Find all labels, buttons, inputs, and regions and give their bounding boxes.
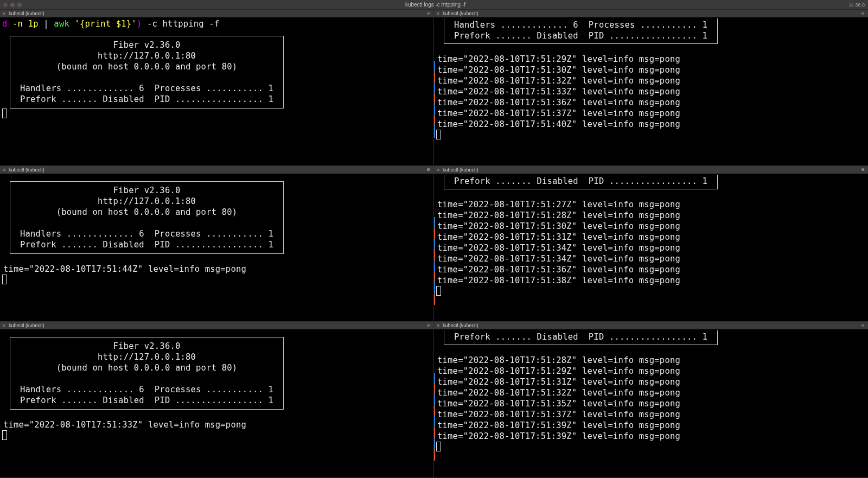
log-line: time="2022-08-10T17:51:32Z" level=info m…: [436, 387, 866, 398]
log-line: time="2022-08-10T17:51:36Z" level=info m…: [436, 97, 866, 108]
tab-bar[interactable]: × kubectl (kubectl) ≡: [434, 10, 868, 17]
command-token: '{print $1}': [75, 19, 137, 29]
terminal-pane[interactable]: × kubectl (kubectl) ≡ Prefork ....... Di…: [434, 166, 868, 322]
command-token: -c httpping -f: [142, 19, 219, 29]
log-line: time="2022-08-10T17:51:30Z" level=info m…: [436, 65, 866, 75]
fiber-stats-row: Handlers ............. 6 Processes .....…: [20, 384, 273, 395]
log-line: time="2022-08-10T17:51:28Z" level=info m…: [436, 355, 866, 366]
fiber-stats-row: Prefork ....... Disabled PID ...........…: [454, 332, 707, 342]
log-line: time="2022-08-10T17:51:36Z" level=info m…: [436, 264, 866, 275]
tab-bar[interactable]: × kubectl (kubectl) ≡: [434, 166, 868, 174]
log-line: time="2022-08-10T17:51:35Z" level=info m…: [436, 398, 866, 409]
fiber-stats-row: Prefork ....... Disabled PID ...........…: [454, 30, 707, 41]
tab-menu-icon[interactable]: ≡: [426, 323, 431, 329]
log-line: time="2022-08-10T17:51:34Z" level=info m…: [436, 243, 866, 253]
terminal-grid: × kubectl (kubectl) ≡ d -n 1p | awk '{pr…: [0, 10, 868, 478]
fiber-banner: Fiber v2.36.0http://127.0.0.1:80(bound o…: [10, 181, 284, 254]
close-tab-icon[interactable]: ×: [2, 11, 7, 16]
tab-title: kubectl (kubectl): [443, 323, 478, 328]
close-tab-icon[interactable]: ×: [436, 323, 441, 328]
terminal-output[interactable]: Handlers ............. 6 Processes .....…: [434, 17, 868, 165]
log-line: time="2022-08-10T17:51:28Z" level=info m…: [436, 210, 866, 221]
log-line: time="2022-08-10T17:51:33Z" level=info m…: [2, 419, 431, 430]
tab-title: kubectl (kubectl): [9, 11, 44, 16]
window-title: kubectl logs -c httpping -f: [22, 2, 849, 8]
cursor-icon: [2, 109, 7, 118]
fiber-addr: http://127.0.0.1:80: [20, 50, 273, 61]
tab-bar[interactable]: × kubectl (kubectl) ≡: [0, 166, 433, 174]
log-line: time="2022-08-10T17:51:31Z" level=info m…: [436, 377, 866, 387]
command-token: ): [137, 19, 142, 29]
tab-menu-icon[interactable]: ≡: [426, 11, 431, 17]
fiber-banner: Fiber v2.36.0http://127.0.0.1:80(bound o…: [10, 337, 284, 410]
terminal-pane[interactable]: × kubectl (kubectl) ≡ Prefork ....... Di…: [434, 322, 868, 478]
log-line: time="2022-08-10T17:51:32Z" level=info m…: [436, 75, 866, 86]
fiber-stats-row: Handlers ............. 6 Processes .....…: [20, 83, 273, 94]
log-line: time="2022-08-10T17:51:39Z" level=info m…: [436, 420, 866, 431]
terminal-output[interactable]: Fiber v2.36.0http://127.0.0.1:80(bound o…: [0, 329, 433, 477]
fiber-banner-tail: Handlers ............. 6 Processes .....…: [444, 18, 718, 44]
terminal-pane[interactable]: × kubectl (kubectl) ≡ Fiber v2.36.0http:…: [0, 322, 434, 478]
tab-bar[interactable]: × kubectl (kubectl) ≡: [0, 322, 433, 329]
cursor-icon: [2, 430, 7, 440]
tab-bar[interactable]: × kubectl (kubectl) ≡: [0, 10, 433, 17]
fiber-stats-row: Prefork ....... Disabled PID ...........…: [454, 176, 707, 187]
command-token: awk: [54, 19, 74, 29]
fiber-bound: (bound on host 0.0.0.0 and port 80): [20, 362, 273, 373]
tab-menu-icon[interactable]: ≡: [860, 167, 866, 173]
tab-menu-icon[interactable]: ≡: [860, 11, 866, 17]
log-line: time="2022-08-10T17:51:34Z" level=info m…: [436, 253, 866, 264]
terminal-output[interactable]: d -n 1p | awk '{print $1}') -c httpping …: [0, 17, 433, 165]
close-tab-icon[interactable]: ×: [2, 323, 7, 328]
fiber-bound: (bound on host 0.0.0.0 and port 80): [20, 207, 273, 218]
log-line: time="2022-08-10T17:51:29Z" level=info m…: [436, 54, 866, 65]
log-line: time="2022-08-10T17:51:44Z" level=info m…: [2, 264, 431, 275]
tab-menu-icon[interactable]: ≡: [860, 323, 866, 329]
log-line: time="2022-08-10T17:51:33Z" level=info m…: [436, 86, 866, 97]
close-tab-icon[interactable]: ×: [436, 11, 441, 16]
fiber-bound: (bound on host 0.0.0.0 and port 80): [20, 61, 273, 72]
fiber-addr: http://127.0.0.1:80: [20, 196, 273, 207]
window-titlebar: kubectl logs -c httpping -f ⌘ 36.0: [0, 0, 868, 10]
cursor-icon: [436, 442, 441, 451]
command-token: |: [43, 19, 54, 29]
fiber-stats-row: Handlers ............. 6 Processes .....…: [20, 228, 273, 239]
tab-title: kubectl (kubectl): [9, 167, 44, 173]
log-line: time="2022-08-10T17:51:31Z" level=info m…: [436, 232, 866, 243]
log-line: time="2022-08-10T17:51:37Z" level=info m…: [436, 409, 866, 420]
tab-bar[interactable]: × kubectl (kubectl) ≡: [434, 322, 868, 329]
fiber-banner-tail: Prefork ....... Disabled PID ...........…: [444, 330, 718, 345]
zoom-icon[interactable]: [17, 3, 22, 7]
command-line: d -n 1p | awk '{print $1}') -c httpping …: [2, 18, 431, 29]
window-menu-right: ⌘ 36.0: [849, 2, 865, 8]
close-tab-icon[interactable]: ×: [436, 168, 441, 172]
terminal-output[interactable]: Prefork ....... Disabled PID ...........…: [434, 329, 868, 477]
cursor-icon: [436, 130, 441, 139]
fiber-stats-row: Handlers ............. 6 Processes .....…: [454, 20, 707, 30]
fiber-title: Fiber v2.36.0: [20, 40, 273, 50]
log-line: time="2022-08-10T17:51:37Z" level=info m…: [436, 108, 866, 119]
close-icon[interactable]: [3, 3, 8, 7]
terminal-output[interactable]: Fiber v2.36.0http://127.0.0.1:80(bound o…: [0, 174, 433, 322]
log-line: time="2022-08-10T17:51:38Z" level=info m…: [436, 275, 866, 286]
minimize-icon[interactable]: [10, 3, 15, 7]
log-line: time="2022-08-10T17:51:39Z" level=info m…: [436, 431, 866, 442]
cursor-icon: [2, 275, 7, 284]
terminal-output[interactable]: Prefork ....... Disabled PID ...........…: [434, 174, 868, 322]
close-tab-icon[interactable]: ×: [2, 168, 7, 172]
cursor-icon: [436, 286, 441, 296]
log-line: time="2022-08-10T17:51:29Z" level=info m…: [436, 366, 866, 377]
fiber-stats-row: Prefork ....... Disabled PID ...........…: [20, 239, 273, 250]
fiber-banner: Fiber v2.36.0http://127.0.0.1:80(bound o…: [10, 36, 284, 109]
terminal-pane[interactable]: × kubectl (kubectl) ≡ d -n 1p | awk '{pr…: [0, 10, 434, 166]
tab-menu-icon[interactable]: ≡: [426, 167, 431, 173]
fiber-title: Fiber v2.36.0: [20, 341, 273, 352]
tab-title: kubectl (kubectl): [443, 11, 478, 16]
log-line: time="2022-08-10T17:51:40Z" level=info m…: [436, 119, 866, 130]
fiber-banner-tail: Prefork ....... Disabled PID ...........…: [444, 175, 718, 189]
log-line: time="2022-08-10T17:51:30Z" level=info m…: [436, 221, 866, 232]
window-controls[interactable]: [3, 3, 22, 7]
command-token: d: [2, 19, 8, 29]
terminal-pane[interactable]: × kubectl (kubectl) ≡ Handlers .........…: [434, 10, 868, 166]
terminal-pane[interactable]: × kubectl (kubectl) ≡ Fiber v2.36.0http:…: [0, 166, 434, 322]
